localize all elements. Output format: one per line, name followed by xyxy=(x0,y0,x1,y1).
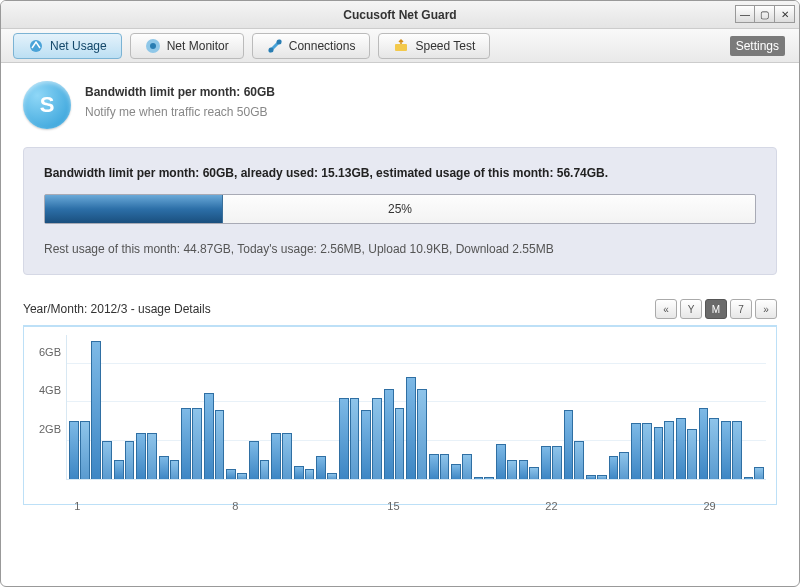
svg-rect-5 xyxy=(395,44,407,51)
bar-download xyxy=(507,460,517,479)
range-button-M[interactable]: M xyxy=(705,299,727,319)
usage-chart: 2GB4GB6GB 18152229 xyxy=(23,325,777,505)
header-text: Bandwidth limit per month: 60GB Notify m… xyxy=(85,81,275,119)
bar-download xyxy=(395,408,405,479)
app-logo-icon: S xyxy=(23,81,71,129)
bar-day-27[interactable] xyxy=(654,335,674,479)
range-button-7[interactable]: 7 xyxy=(730,299,752,319)
bar-day-14[interactable] xyxy=(361,335,381,479)
bar-download xyxy=(80,421,90,479)
bar-day-5[interactable] xyxy=(159,335,179,479)
svg-point-4 xyxy=(276,39,281,44)
bar-day-21[interactable] xyxy=(519,335,539,479)
svg-point-2 xyxy=(150,43,156,49)
bar-day-31[interactable] xyxy=(744,335,764,479)
header-row: S Bandwidth limit per month: 60GB Notify… xyxy=(23,81,777,129)
bar-download xyxy=(574,441,584,479)
bar-upload xyxy=(339,398,349,479)
tab-net-usage[interactable]: Net Usage xyxy=(13,33,122,59)
bar-day-23[interactable] xyxy=(564,335,584,479)
bar-download xyxy=(147,433,157,479)
x-tick-label: 15 xyxy=(387,500,399,512)
x-tick-label: 22 xyxy=(545,500,557,512)
details-title: Year/Month: 2012/3 - usage Details xyxy=(23,302,211,316)
minimize-button[interactable]: — xyxy=(735,5,755,23)
bar-upload xyxy=(114,460,124,479)
range-button-Y[interactable]: Y xyxy=(680,299,702,319)
bar-upload xyxy=(294,466,304,479)
x-tick-label: 8 xyxy=(232,500,238,512)
bar-day-2[interactable] xyxy=(91,335,111,479)
bar-day-30[interactable] xyxy=(721,335,741,479)
bar-day-15[interactable] xyxy=(384,335,404,479)
bar-day-12[interactable] xyxy=(316,335,336,479)
bar-download xyxy=(282,433,292,479)
bar-day-8[interactable] xyxy=(226,335,246,479)
y-tick-label: 2GB xyxy=(27,423,61,435)
bar-download xyxy=(462,454,472,479)
bar-download xyxy=(484,477,494,479)
bar-download xyxy=(597,475,607,479)
bar-download xyxy=(440,454,450,479)
bar-upload xyxy=(249,441,259,479)
bar-day-11[interactable] xyxy=(294,335,314,479)
connections-icon xyxy=(267,38,283,54)
bar-upload xyxy=(654,427,664,479)
tab-net-monitor[interactable]: Net Monitor xyxy=(130,33,244,59)
tab-label: Net Usage xyxy=(50,39,107,53)
bar-upload xyxy=(541,446,551,479)
bar-day-4[interactable] xyxy=(136,335,156,479)
progress-percent-label: 25% xyxy=(388,202,412,216)
bar-upload xyxy=(631,423,641,479)
bar-day-3[interactable] xyxy=(114,335,134,479)
bar-upload xyxy=(609,456,619,479)
bar-day-17[interactable] xyxy=(429,335,449,479)
y-tick-label: 4GB xyxy=(27,384,61,396)
bar-day-10[interactable] xyxy=(271,335,291,479)
content-area: S Bandwidth limit per month: 60GB Notify… xyxy=(1,63,799,523)
bar-upload xyxy=(429,454,439,479)
bar-upload xyxy=(406,377,416,479)
bar-day-28[interactable] xyxy=(676,335,696,479)
bar-download xyxy=(102,441,112,479)
bar-day-16[interactable] xyxy=(406,335,426,479)
bar-download xyxy=(350,398,360,479)
bar-upload xyxy=(586,475,596,479)
net-monitor-icon xyxy=(145,38,161,54)
bar-day-19[interactable] xyxy=(474,335,494,479)
bar-upload xyxy=(226,469,236,479)
app-window: Cucusoft Net Guard — ▢ ✕ Net Usage Net M… xyxy=(0,0,800,587)
bar-upload xyxy=(181,408,191,479)
rest-usage-text: Rest usage of this month: 44.87GB, Today… xyxy=(44,242,756,256)
bar-download xyxy=(215,410,225,479)
bar-day-18[interactable] xyxy=(451,335,471,479)
bar-download xyxy=(417,389,427,479)
bar-download xyxy=(192,408,202,479)
close-button[interactable]: ✕ xyxy=(775,5,795,23)
bar-upload xyxy=(496,444,506,479)
y-tick-label: 6GB xyxy=(27,346,61,358)
bar-day-24[interactable] xyxy=(586,335,606,479)
bar-day-26[interactable] xyxy=(631,335,651,479)
bar-day-9[interactable] xyxy=(249,335,269,479)
bar-day-7[interactable] xyxy=(204,335,224,479)
bar-upload xyxy=(676,418,686,479)
bar-day-20[interactable] xyxy=(496,335,516,479)
maximize-button[interactable]: ▢ xyxy=(755,5,775,23)
range-button-nav[interactable]: » xyxy=(755,299,777,319)
usage-panel: Bandwidth limit per month: 60GB, already… xyxy=(23,147,777,275)
notify-threshold-label: Notify me when traffic reach 50GB xyxy=(85,105,275,119)
bar-day-13[interactable] xyxy=(339,335,359,479)
settings-link[interactable]: Settings xyxy=(730,36,785,56)
bar-day-1[interactable] xyxy=(69,335,89,479)
tab-bar: Net Usage Net Monitor Connections Speed … xyxy=(1,29,799,63)
bar-upload xyxy=(721,421,731,479)
range-button-nav[interactable]: « xyxy=(655,299,677,319)
tab-speed-test[interactable]: Speed Test xyxy=(378,33,490,59)
bar-day-6[interactable] xyxy=(181,335,201,479)
progress-fill xyxy=(45,195,223,223)
bar-day-22[interactable] xyxy=(541,335,561,479)
tab-connections[interactable]: Connections xyxy=(252,33,371,59)
bar-day-25[interactable] xyxy=(609,335,629,479)
bar-day-29[interactable] xyxy=(699,335,719,479)
